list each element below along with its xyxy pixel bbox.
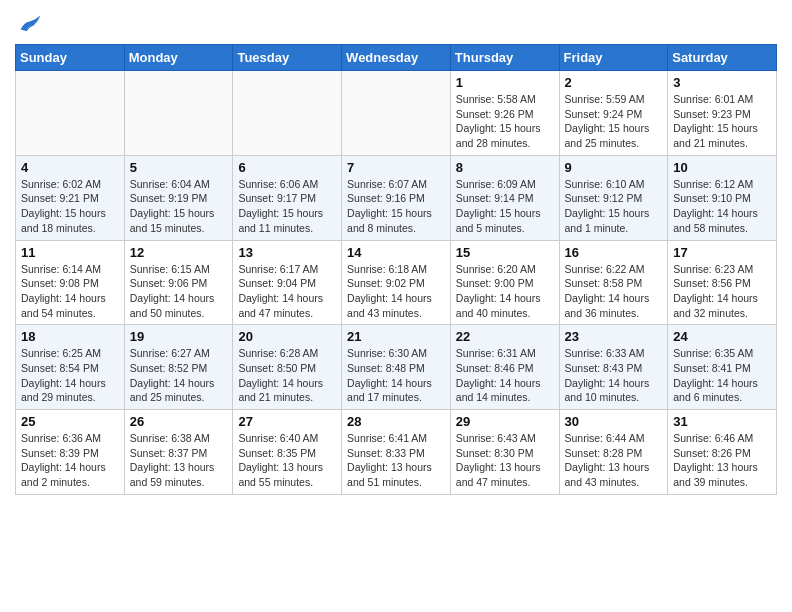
logo-icon xyxy=(15,10,43,38)
calendar-cell: 3Sunrise: 6:01 AM Sunset: 9:23 PM Daylig… xyxy=(668,71,777,156)
calendar-cell: 18Sunrise: 6:25 AM Sunset: 8:54 PM Dayli… xyxy=(16,325,125,410)
calendar-cell: 29Sunrise: 6:43 AM Sunset: 8:30 PM Dayli… xyxy=(450,410,559,495)
day-number: 13 xyxy=(238,245,336,260)
day-number: 4 xyxy=(21,160,119,175)
day-number: 10 xyxy=(673,160,771,175)
calendar-cell: 24Sunrise: 6:35 AM Sunset: 8:41 PM Dayli… xyxy=(668,325,777,410)
day-number: 27 xyxy=(238,414,336,429)
day-info: Sunrise: 6:01 AM Sunset: 9:23 PM Dayligh… xyxy=(673,92,771,151)
day-info: Sunrise: 6:07 AM Sunset: 9:16 PM Dayligh… xyxy=(347,177,445,236)
calendar-cell: 20Sunrise: 6:28 AM Sunset: 8:50 PM Dayli… xyxy=(233,325,342,410)
day-info: Sunrise: 6:43 AM Sunset: 8:30 PM Dayligh… xyxy=(456,431,554,490)
calendar-week-row: 11Sunrise: 6:14 AM Sunset: 9:08 PM Dayli… xyxy=(16,240,777,325)
day-number: 5 xyxy=(130,160,228,175)
calendar-cell: 5Sunrise: 6:04 AM Sunset: 9:19 PM Daylig… xyxy=(124,155,233,240)
calendar-cell: 2Sunrise: 5:59 AM Sunset: 9:24 PM Daylig… xyxy=(559,71,668,156)
day-number: 30 xyxy=(565,414,663,429)
day-number: 17 xyxy=(673,245,771,260)
day-info: Sunrise: 6:40 AM Sunset: 8:35 PM Dayligh… xyxy=(238,431,336,490)
day-info: Sunrise: 6:27 AM Sunset: 8:52 PM Dayligh… xyxy=(130,346,228,405)
calendar-cell: 14Sunrise: 6:18 AM Sunset: 9:02 PM Dayli… xyxy=(342,240,451,325)
day-number: 31 xyxy=(673,414,771,429)
day-info: Sunrise: 6:04 AM Sunset: 9:19 PM Dayligh… xyxy=(130,177,228,236)
calendar-cell: 13Sunrise: 6:17 AM Sunset: 9:04 PM Dayli… xyxy=(233,240,342,325)
weekday-header-saturday: Saturday xyxy=(668,45,777,71)
day-info: Sunrise: 6:06 AM Sunset: 9:17 PM Dayligh… xyxy=(238,177,336,236)
day-number: 18 xyxy=(21,329,119,344)
calendar-cell: 23Sunrise: 6:33 AM Sunset: 8:43 PM Dayli… xyxy=(559,325,668,410)
day-info: Sunrise: 5:58 AM Sunset: 9:26 PM Dayligh… xyxy=(456,92,554,151)
calendar-cell: 12Sunrise: 6:15 AM Sunset: 9:06 PM Dayli… xyxy=(124,240,233,325)
day-info: Sunrise: 6:18 AM Sunset: 9:02 PM Dayligh… xyxy=(347,262,445,321)
day-info: Sunrise: 6:33 AM Sunset: 8:43 PM Dayligh… xyxy=(565,346,663,405)
calendar-cell: 1Sunrise: 5:58 AM Sunset: 9:26 PM Daylig… xyxy=(450,71,559,156)
calendar-cell: 19Sunrise: 6:27 AM Sunset: 8:52 PM Dayli… xyxy=(124,325,233,410)
calendar-cell: 6Sunrise: 6:06 AM Sunset: 9:17 PM Daylig… xyxy=(233,155,342,240)
day-info: Sunrise: 6:02 AM Sunset: 9:21 PM Dayligh… xyxy=(21,177,119,236)
day-info: Sunrise: 6:31 AM Sunset: 8:46 PM Dayligh… xyxy=(456,346,554,405)
calendar-cell: 28Sunrise: 6:41 AM Sunset: 8:33 PM Dayli… xyxy=(342,410,451,495)
day-number: 7 xyxy=(347,160,445,175)
day-info: Sunrise: 6:44 AM Sunset: 8:28 PM Dayligh… xyxy=(565,431,663,490)
day-number: 9 xyxy=(565,160,663,175)
calendar-cell: 30Sunrise: 6:44 AM Sunset: 8:28 PM Dayli… xyxy=(559,410,668,495)
weekday-header-friday: Friday xyxy=(559,45,668,71)
day-number: 12 xyxy=(130,245,228,260)
calendar-cell: 31Sunrise: 6:46 AM Sunset: 8:26 PM Dayli… xyxy=(668,410,777,495)
day-number: 29 xyxy=(456,414,554,429)
calendar-cell xyxy=(342,71,451,156)
day-info: Sunrise: 6:22 AM Sunset: 8:58 PM Dayligh… xyxy=(565,262,663,321)
calendar-cell: 17Sunrise: 6:23 AM Sunset: 8:56 PM Dayli… xyxy=(668,240,777,325)
day-info: Sunrise: 6:25 AM Sunset: 8:54 PM Dayligh… xyxy=(21,346,119,405)
calendar-week-row: 1Sunrise: 5:58 AM Sunset: 9:26 PM Daylig… xyxy=(16,71,777,156)
calendar-cell: 8Sunrise: 6:09 AM Sunset: 9:14 PM Daylig… xyxy=(450,155,559,240)
day-info: Sunrise: 6:20 AM Sunset: 9:00 PM Dayligh… xyxy=(456,262,554,321)
calendar-cell: 15Sunrise: 6:20 AM Sunset: 9:00 PM Dayli… xyxy=(450,240,559,325)
day-number: 24 xyxy=(673,329,771,344)
day-number: 25 xyxy=(21,414,119,429)
calendar-cell: 7Sunrise: 6:07 AM Sunset: 9:16 PM Daylig… xyxy=(342,155,451,240)
weekday-header-monday: Monday xyxy=(124,45,233,71)
weekday-header-thursday: Thursday xyxy=(450,45,559,71)
day-number: 8 xyxy=(456,160,554,175)
day-number: 23 xyxy=(565,329,663,344)
day-number: 6 xyxy=(238,160,336,175)
calendar-week-row: 25Sunrise: 6:36 AM Sunset: 8:39 PM Dayli… xyxy=(16,410,777,495)
day-number: 2 xyxy=(565,75,663,90)
calendar-cell: 10Sunrise: 6:12 AM Sunset: 9:10 PM Dayli… xyxy=(668,155,777,240)
day-info: Sunrise: 6:14 AM Sunset: 9:08 PM Dayligh… xyxy=(21,262,119,321)
day-number: 20 xyxy=(238,329,336,344)
day-number: 15 xyxy=(456,245,554,260)
calendar-cell: 11Sunrise: 6:14 AM Sunset: 9:08 PM Dayli… xyxy=(16,240,125,325)
calendar-cell: 25Sunrise: 6:36 AM Sunset: 8:39 PM Dayli… xyxy=(16,410,125,495)
day-number: 3 xyxy=(673,75,771,90)
weekday-header-sunday: Sunday xyxy=(16,45,125,71)
calendar-cell xyxy=(124,71,233,156)
day-info: Sunrise: 6:23 AM Sunset: 8:56 PM Dayligh… xyxy=(673,262,771,321)
day-info: Sunrise: 6:36 AM Sunset: 8:39 PM Dayligh… xyxy=(21,431,119,490)
day-number: 11 xyxy=(21,245,119,260)
day-number: 16 xyxy=(565,245,663,260)
logo xyxy=(15,10,43,38)
page-header xyxy=(15,10,777,38)
day-number: 19 xyxy=(130,329,228,344)
day-number: 22 xyxy=(456,329,554,344)
calendar-cell xyxy=(16,71,125,156)
weekday-header-tuesday: Tuesday xyxy=(233,45,342,71)
calendar-week-row: 18Sunrise: 6:25 AM Sunset: 8:54 PM Dayli… xyxy=(16,325,777,410)
day-number: 26 xyxy=(130,414,228,429)
day-number: 1 xyxy=(456,75,554,90)
day-info: Sunrise: 6:12 AM Sunset: 9:10 PM Dayligh… xyxy=(673,177,771,236)
calendar-cell: 9Sunrise: 6:10 AM Sunset: 9:12 PM Daylig… xyxy=(559,155,668,240)
calendar-table: SundayMondayTuesdayWednesdayThursdayFrid… xyxy=(15,44,777,495)
day-info: Sunrise: 6:28 AM Sunset: 8:50 PM Dayligh… xyxy=(238,346,336,405)
day-info: Sunrise: 5:59 AM Sunset: 9:24 PM Dayligh… xyxy=(565,92,663,151)
day-number: 21 xyxy=(347,329,445,344)
calendar-cell xyxy=(233,71,342,156)
day-info: Sunrise: 6:35 AM Sunset: 8:41 PM Dayligh… xyxy=(673,346,771,405)
day-info: Sunrise: 6:17 AM Sunset: 9:04 PM Dayligh… xyxy=(238,262,336,321)
day-info: Sunrise: 6:41 AM Sunset: 8:33 PM Dayligh… xyxy=(347,431,445,490)
weekday-header-wednesday: Wednesday xyxy=(342,45,451,71)
day-info: Sunrise: 6:46 AM Sunset: 8:26 PM Dayligh… xyxy=(673,431,771,490)
calendar-week-row: 4Sunrise: 6:02 AM Sunset: 9:21 PM Daylig… xyxy=(16,155,777,240)
